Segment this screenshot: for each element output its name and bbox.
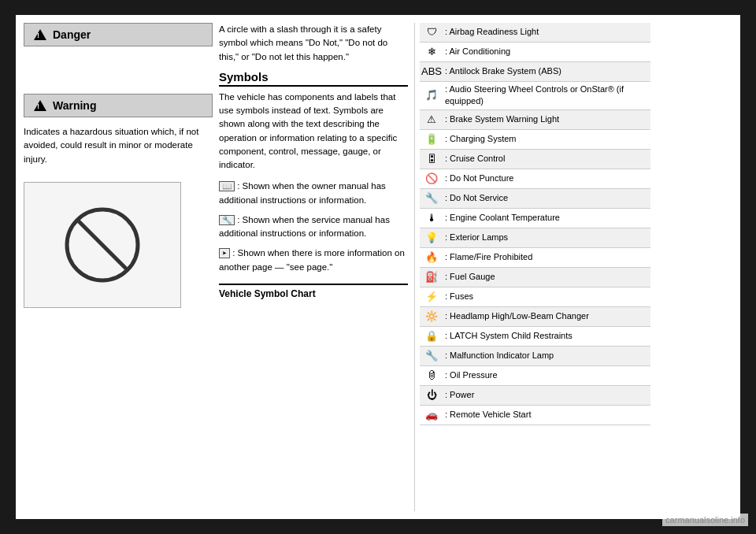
symbol-label: : Do Not Puncture <box>445 172 513 184</box>
symbol-icon: ⏻ <box>421 388 442 403</box>
symbol-label: : Engine Coolant Temperature <box>445 212 560 224</box>
symbol-entry: ⛽: Fuel Gauge <box>420 268 650 287</box>
see-page-text: : Shown when there is more information o… <box>219 248 405 271</box>
symbol-icon: 🚫 <box>421 171 442 187</box>
symbol-icon: 💡 <box>421 230 442 246</box>
warning-text: Indicates a hazardous situation which, i… <box>24 125 213 166</box>
svg-line-1 <box>77 220 128 270</box>
service-manual-info: 🔧 : Shown when the service manual has ad… <box>219 213 408 241</box>
symbol-icon: 🔧 <box>421 191 442 206</box>
page-container: Danger Warning Indicates a hazardous sit… <box>16 15 740 519</box>
symbol-icon: 🔆 <box>421 309 442 324</box>
owner-manual-icon: 📖 <box>219 181 235 191</box>
symbol-icon: 🎛 <box>421 151 442 167</box>
vehicle-symbol-chart-label: Vehicle Symbol Chart <box>219 284 408 299</box>
symbol-entry: 🛡: Airbag Readiness Light <box>420 23 650 43</box>
warning-box: Warning <box>24 94 213 117</box>
symbol-icon: ⛽ <box>421 269 442 285</box>
symbol-label: : Charging System <box>445 133 516 145</box>
warning-triangle-icon <box>34 100 46 111</box>
symbol-entry: 🔥: Flame/Fire Prohibited <box>420 248 650 268</box>
symbol-label: : Oil Pressure <box>445 369 498 381</box>
symbol-icon: 🔧 <box>421 348 442 364</box>
symbol-entry: ⚡: Fuses <box>420 287 650 307</box>
symbol-label: : Audio Steering Wheel Controls or OnSta… <box>445 83 649 108</box>
symbol-entry: 🔋: Charging System <box>420 130 650 150</box>
symbol-entry: ⏻: Power <box>420 386 650 406</box>
symbol-label: : Air Conditioning <box>445 46 510 57</box>
symbol-entry: 🔆: Headlamp High/Low-Beam Changer <box>420 307 650 327</box>
symbols-heading: Symbols <box>219 70 408 87</box>
middle-column: A circle with a slash through it is a sa… <box>219 23 408 511</box>
symbol-icon: 🌡 <box>421 210 442 226</box>
symbol-entry: 🔧: Do Not Service <box>420 189 650 209</box>
symbol-entry: 🚫: Do Not Puncture <box>420 169 650 189</box>
symbol-label: : LATCH System Child Restraints <box>445 330 573 342</box>
see-page-info: ➤ : Shown when there is more information… <box>219 247 408 274</box>
danger-box: Danger <box>24 23 213 46</box>
symbol-entry: 🌡: Engine Coolant Temperature <box>420 209 650 228</box>
circle-slash-intro: A circle with a slash through it is a sa… <box>219 23 408 64</box>
symbol-label: : Cruise Control <box>445 153 505 165</box>
symbol-label: : Remote Vehicle Start <box>445 409 531 421</box>
symbol-icon: 🛢 <box>421 368 442 384</box>
danger-triangle-icon <box>34 29 46 40</box>
symbol-label: : Airbag Readiness Light <box>445 26 539 38</box>
symbol-entry: 💡: Exterior Lamps <box>420 228 650 248</box>
symbol-entry: ❄: Air Conditioning <box>420 43 650 62</box>
symbol-entry: 🎵: Audio Steering Wheel Controls or OnSt… <box>420 82 650 110</box>
symbol-entry: ⚠: Brake System Warning Light <box>420 110 650 130</box>
no-entry-symbol-svg <box>63 206 142 284</box>
symbol-entry: 🛢: Oil Pressure <box>420 366 650 386</box>
danger-label: Danger <box>53 28 91 41</box>
symbol-label: : Power <box>445 389 474 401</box>
service-manual-text: : Shown when the service manual has addi… <box>219 215 390 238</box>
symbol-label: : Do Not Service <box>445 192 508 204</box>
service-manual-icon: 🔧 <box>219 215 235 225</box>
watermark: carmanualsoline.info <box>662 514 748 526</box>
symbol-entry: 🎛: Cruise Control <box>420 150 650 169</box>
see-page-icon: ➤ <box>219 248 230 258</box>
symbol-icon: 🔋 <box>421 132 442 147</box>
symbol-label: : Brake System Warning Light <box>445 113 559 125</box>
symbol-icon: ⚡ <box>421 289 442 305</box>
symbol-label: : Antilock Brake System (ABS) <box>445 65 561 77</box>
symbol-label: : Exterior Lamps <box>445 232 508 243</box>
symbol-label: : Headlamp High/Low-Beam Changer <box>445 310 589 322</box>
symbol-entry: 🔧: Malfunction Indicator Lamp <box>420 347 650 366</box>
symbol-label: : Fuses <box>445 291 473 302</box>
no-symbol-image-box <box>24 182 181 308</box>
symbol-icon: 🔒 <box>421 328 442 344</box>
left-column: Danger Warning Indicates a hazardous sit… <box>24 23 213 511</box>
symbol-label: : Fuel Gauge <box>445 271 495 283</box>
owner-manual-text: : Shown when the owner manual has additi… <box>219 181 386 204</box>
symbol-icon: ❄ <box>421 44 442 60</box>
symbol-icon: 🎵 <box>421 87 442 103</box>
right-column: 🛡: Airbag Readiness Light❄: Air Conditio… <box>414 23 650 511</box>
symbol-label: : Malfunction Indicator Lamp <box>445 350 554 362</box>
symbol-entry: 🔒: LATCH System Child Restraints <box>420 327 650 347</box>
symbols-description: The vehicle has components and labels th… <box>219 91 408 172</box>
symbol-entry: ABS: Antilock Brake System (ABS) <box>420 62 650 82</box>
warning-label: Warning <box>53 99 96 112</box>
symbol-icon: ABS <box>421 64 442 80</box>
symbol-icon: ⚠ <box>421 112 442 128</box>
symbol-icon: 🛡 <box>421 24 442 40</box>
owner-manual-info: 📖 : Shown when the owner manual has addi… <box>219 180 408 207</box>
symbol-entry: 🚗: Remote Vehicle Start <box>420 406 650 425</box>
symbol-label: : Flame/Fire Prohibited <box>445 251 532 263</box>
symbol-icon: 🚗 <box>421 407 442 423</box>
symbol-icon: 🔥 <box>421 250 442 265</box>
